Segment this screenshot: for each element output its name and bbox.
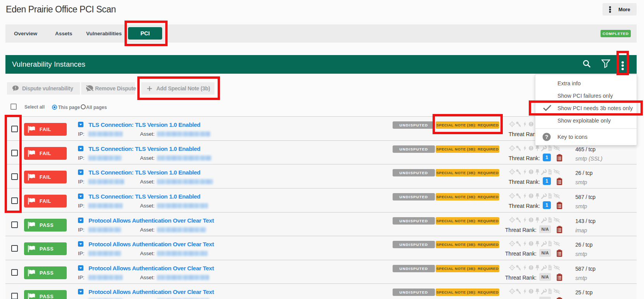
svg-text:?: ? xyxy=(545,134,549,140)
